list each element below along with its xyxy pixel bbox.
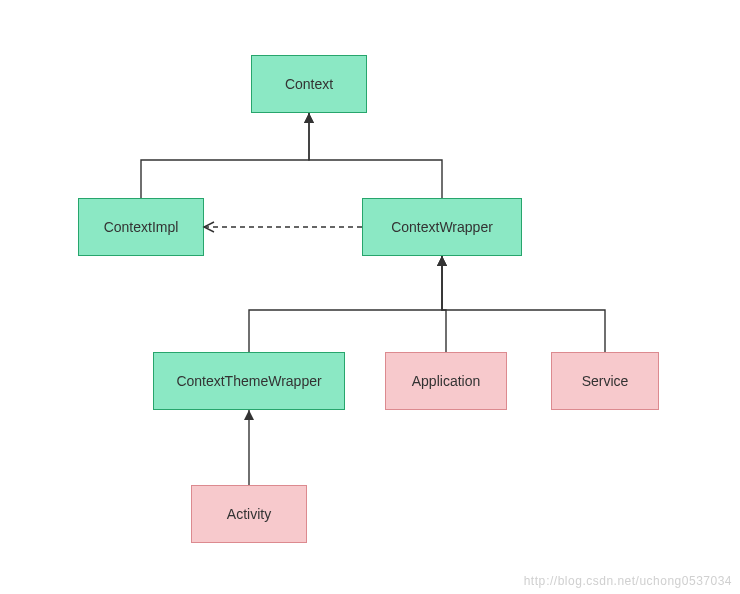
edge-contextWrapper-to-context [309,113,442,198]
node-context: Context [251,55,367,113]
node-application: Application [385,352,507,410]
node-label: Activity [227,506,271,522]
edge-contextImpl-to-context [141,113,309,198]
node-label: Service [582,373,629,389]
edge-contextThemeWrapper-to-contextWrapper [249,256,442,352]
edge-service-to-contextWrapper [442,256,605,352]
node-contextthemewrapper: ContextThemeWrapper [153,352,345,410]
node-service: Service [551,352,659,410]
watermark-text: http󠀁://blog.csdn.net/u­chong0537034 [524,574,732,588]
edge-application-to-contextWrapper [442,256,446,352]
diagram-edges [0,0,740,594]
node-label: ContextImpl [104,219,179,235]
node-contextimpl: ContextImpl [78,198,204,256]
node-label: ContextWrapper [391,219,493,235]
node-label: ContextThemeWrapper [176,373,321,389]
node-activity: Activity [191,485,307,543]
node-label: Application [412,373,481,389]
node-label: Context [285,76,333,92]
node-contextwrapper: ContextWrapper [362,198,522,256]
